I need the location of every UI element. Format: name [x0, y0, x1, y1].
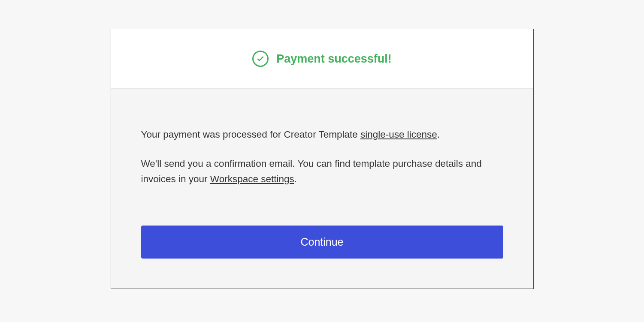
continue-button[interactable]: Continue	[141, 226, 503, 259]
payment-success-card: Payment successful! Your payment was pro…	[111, 29, 534, 289]
confirmation-line-2-prefix: We'll send you a confirmation email. You…	[141, 158, 482, 184]
check-circle-icon	[252, 51, 269, 67]
confirmation-line-2: We'll send you a confirmation email. You…	[141, 156, 503, 187]
workspace-settings-link[interactable]: Workspace settings	[210, 174, 294, 184]
confirmation-line-1-prefix: Your payment was processed for Creator T…	[141, 129, 361, 140]
confirmation-line-2-suffix: .	[294, 174, 297, 184]
card-header: Payment successful!	[111, 29, 533, 89]
confirmation-line-1-suffix: .	[437, 129, 440, 140]
card-body: Your payment was processed for Creator T…	[111, 89, 533, 289]
confirmation-line-1: Your payment was processed for Creator T…	[141, 127, 503, 142]
single-use-license-link[interactable]: single-use license	[360, 129, 437, 140]
header-title: Payment successful!	[276, 52, 392, 66]
